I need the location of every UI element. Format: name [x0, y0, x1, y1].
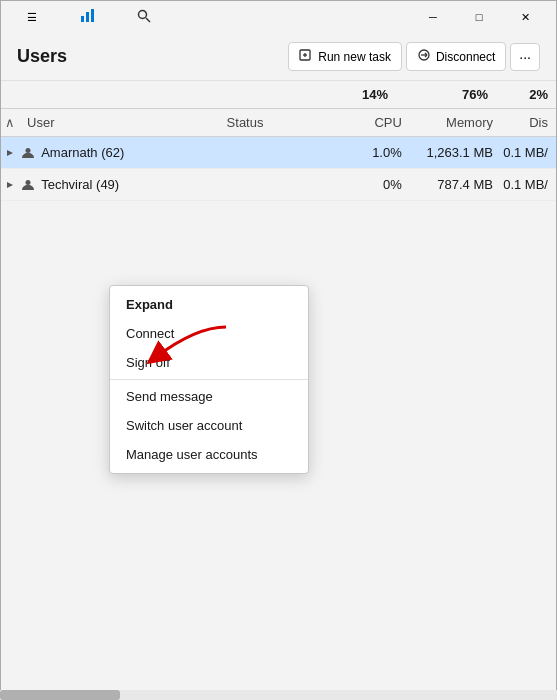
- svg-marker-14: [7, 182, 13, 188]
- run-new-task-button[interactable]: Run new task: [288, 42, 402, 71]
- user-disk: 0.1 MB/: [501, 145, 556, 160]
- svg-rect-2: [91, 9, 94, 22]
- context-menu-connect[interactable]: Connect: [110, 319, 308, 348]
- scrollbar[interactable]: [0, 690, 557, 700]
- titlebar: ☰ ─ □ ✕: [1, 1, 556, 33]
- search-icon: [137, 9, 151, 25]
- context-menu-separator: [110, 379, 308, 380]
- disconnect-button[interactable]: Disconnect: [406, 42, 506, 71]
- disconnect-icon: [417, 48, 431, 65]
- user-cpu: 0%: [337, 177, 410, 192]
- page-title: Users: [17, 46, 67, 67]
- context-menu-switch-user[interactable]: Switch user account: [110, 411, 308, 440]
- sort-arrow[interactable]: ∧: [1, 115, 19, 130]
- minimize-icon: ─: [429, 11, 437, 23]
- close-button[interactable]: ✕: [502, 1, 548, 33]
- context-menu-send-message[interactable]: Send message: [110, 382, 308, 411]
- close-icon: ✕: [521, 11, 530, 24]
- more-options-button[interactable]: ···: [510, 43, 540, 71]
- table-header-area: 14% 76% 2% ∧ User Status CPU Memory Dis: [1, 81, 556, 137]
- user-cpu: 1.0%: [337, 145, 410, 160]
- col-cpu-header: CPU: [337, 115, 410, 130]
- table-row[interactable]: Techviral (49) 0% 787.4 MB 0.1 MB/: [1, 169, 556, 201]
- col-status-header: Status: [219, 115, 337, 130]
- minimize-button[interactable]: ─: [410, 1, 456, 33]
- run-new-task-label: Run new task: [318, 50, 391, 64]
- search-button[interactable]: [121, 1, 167, 33]
- window-controls: ─ □ ✕: [410, 1, 548, 33]
- col-user-header: User: [19, 115, 219, 130]
- col-memory-header: Memory: [410, 115, 501, 130]
- maximize-icon: □: [476, 11, 483, 23]
- svg-point-13: [26, 148, 31, 153]
- svg-rect-1: [86, 12, 89, 22]
- user-disk: 0.1 MB/: [501, 177, 556, 192]
- context-menu-manage-accounts[interactable]: Manage user accounts: [110, 440, 308, 469]
- disk-stat: 2%: [496, 87, 556, 102]
- maximize-button[interactable]: □: [456, 1, 502, 33]
- svg-point-15: [26, 180, 31, 185]
- user-icon: [19, 178, 37, 192]
- stats-row: 14% 76% 2%: [1, 81, 556, 109]
- user-icon: [19, 146, 37, 160]
- context-menu-sign-off[interactable]: Sign off: [110, 348, 308, 377]
- context-menu-expand[interactable]: Expand: [110, 290, 308, 319]
- toolbar-actions: Run new task Disconnect ···: [288, 42, 540, 71]
- svg-rect-0: [81, 16, 84, 22]
- user-memory: 787.4 MB: [410, 177, 501, 192]
- table-body: Amarnath (62) 1.0% 1,263.1 MB 0.1 MB/ Te…: [1, 137, 556, 201]
- chart-button[interactable]: [65, 1, 111, 33]
- cpu-stat: 14%: [316, 87, 396, 102]
- hamburger-menu-button[interactable]: ☰: [9, 1, 55, 33]
- svg-point-3: [139, 11, 147, 19]
- memory-stat: 76%: [396, 87, 496, 102]
- user-name: Amarnath (62): [37, 145, 218, 160]
- table-row[interactable]: Amarnath (62) 1.0% 1,263.1 MB 0.1 MB/: [1, 137, 556, 169]
- more-icon: ···: [519, 49, 531, 65]
- chart-icon: [80, 8, 96, 26]
- run-task-icon: [299, 48, 313, 65]
- column-header-row: ∧ User Status CPU Memory Dis: [1, 109, 556, 137]
- svg-marker-12: [7, 150, 13, 156]
- titlebar-left: ☰: [9, 1, 167, 33]
- toolbar: Users Run new task Disconnect: [1, 33, 556, 81]
- context-menu: Expand Connect Sign off Send message Swi…: [109, 285, 309, 474]
- row-expand-icon[interactable]: [1, 149, 19, 157]
- scrollbar-thumb[interactable]: [0, 690, 120, 700]
- svg-line-4: [146, 18, 150, 22]
- col-disk-header: Dis: [501, 115, 556, 130]
- hamburger-icon: ☰: [27, 11, 37, 24]
- row-expand-icon[interactable]: [1, 181, 19, 189]
- user-name: Techviral (49): [37, 177, 218, 192]
- disconnect-label: Disconnect: [436, 50, 495, 64]
- user-memory: 1,263.1 MB: [410, 145, 501, 160]
